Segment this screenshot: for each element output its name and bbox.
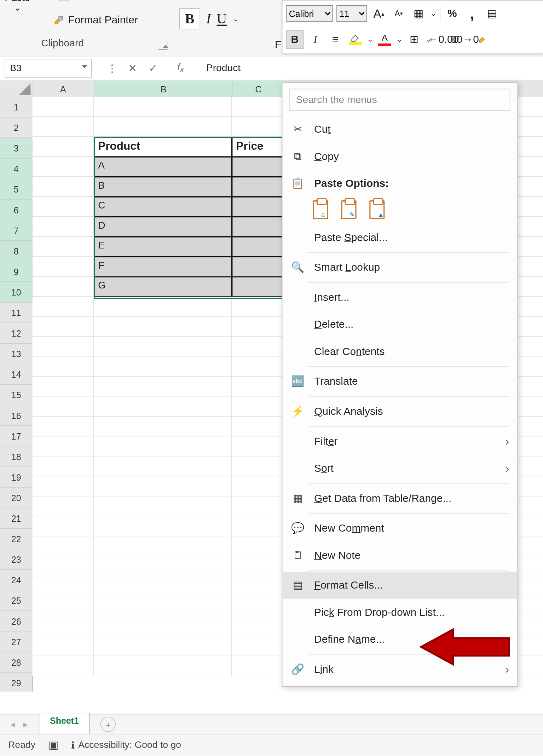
cell[interactable] — [232, 197, 283, 217]
cell[interactable] — [32, 636, 94, 656]
paste-all-icon[interactable]: a — [312, 199, 329, 219]
cell[interactable] — [94, 357, 232, 377]
cell[interactable]: C — [94, 197, 232, 217]
cell[interactable] — [94, 556, 232, 576]
paste-picture-icon[interactable]: ▲ — [368, 199, 386, 219]
name-box[interactable]: B3 — [5, 59, 92, 78]
font-size-select[interactable]: 11 — [336, 5, 367, 22]
cell[interactable] — [32, 277, 94, 297]
cell[interactable] — [94, 616, 232, 636]
paste-button[interactable]: Paste ⌄ — [5, 0, 30, 12]
menu-item-link[interactable]: 🔗Link› — [282, 656, 517, 683]
cell[interactable] — [32, 117, 94, 137]
menu-item-pick-from-list[interactable]: Pick From Drop-down List... — [282, 599, 517, 626]
cell[interactable] — [232, 277, 283, 297]
row-header-4[interactable]: 4 — [0, 159, 34, 179]
cell[interactable]: E — [94, 237, 232, 257]
cell[interactable] — [32, 537, 94, 556]
row-header-16[interactable]: 16 — [0, 405, 33, 426]
row-header-24[interactable]: 24 — [0, 570, 33, 590]
menu-item-get-data[interactable]: ▦Get Data from Table/Range... — [282, 485, 517, 512]
menu-item-new-comment[interactable]: 💬New Comment — [282, 515, 517, 542]
cell[interactable] — [232, 257, 283, 276]
cell[interactable] — [32, 137, 94, 157]
row-header-13[interactable]: 13 — [0, 344, 33, 364]
macro-record-icon[interactable]: ▣ — [48, 739, 58, 752]
cell[interactable] — [94, 436, 232, 456]
fill-color-button[interactable] — [347, 30, 363, 48]
merge-icon[interactable]: ▦ — [410, 5, 427, 22]
tab-sheet1[interactable]: Sheet1 — [39, 713, 90, 736]
row-header-23[interactable]: 23 — [0, 549, 33, 570]
cell[interactable] — [232, 417, 283, 436]
row-header-7[interactable]: 7 — [0, 220, 34, 241]
cell[interactable] — [94, 97, 232, 117]
cell[interactable] — [32, 497, 94, 516]
row-header-15[interactable]: 15 — [0, 385, 33, 405]
tab-prev-icon[interactable]: ◂ — [11, 719, 15, 730]
row-header-19[interactable]: 19 — [0, 467, 33, 488]
paste-values-icon[interactable]: ✎ — [340, 199, 358, 219]
cell[interactable] — [232, 217, 283, 237]
cell[interactable] — [94, 117, 232, 137]
row-header-3[interactable]: 3 — [0, 138, 34, 159]
cell[interactable] — [94, 417, 232, 436]
row-header-1[interactable]: 1 — [0, 97, 33, 118]
cell[interactable] — [94, 656, 232, 676]
cell[interactable] — [32, 476, 94, 496]
cell[interactable] — [232, 457, 283, 476]
menu-item-paste-special[interactable]: Paste Special... — [282, 224, 517, 251]
row-header-10[interactable]: 10 — [0, 282, 34, 303]
menu-item-translate[interactable]: 🔤Translate — [282, 368, 517, 395]
column-header-A[interactable]: A — [32, 80, 94, 97]
bold-button[interactable]: B — [286, 30, 304, 49]
cell[interactable] — [32, 97, 94, 117]
cell[interactable] — [94, 476, 232, 496]
cell[interactable] — [94, 377, 232, 396]
cell[interactable] — [32, 177, 94, 197]
bold-button[interactable]: B — [179, 8, 200, 29]
format-painter-icon[interactable] — [475, 30, 491, 48]
cell[interactable] — [94, 596, 232, 616]
font-name-select[interactable]: Calibri — [286, 5, 333, 22]
conditional-format-icon[interactable]: ▤ — [484, 5, 500, 22]
cell[interactable] — [232, 337, 283, 356]
percent-button[interactable]: % — [444, 5, 460, 22]
row-header-8[interactable]: 8 — [0, 241, 34, 262]
chevron-down-icon[interactable]: ⌄ — [233, 15, 239, 23]
cell[interactable] — [32, 357, 94, 377]
cell[interactable] — [32, 337, 94, 356]
menu-item-copy[interactable]: ⧉ Copy — [282, 143, 517, 170]
row-header-14[interactable]: 14 — [0, 364, 33, 385]
cell[interactable] — [232, 537, 283, 556]
row-header-6[interactable]: 6 — [0, 200, 34, 220]
cell[interactable] — [232, 397, 283, 417]
font-color-button[interactable]: A — [376, 30, 393, 48]
decrease-font-button[interactable]: A▾ — [391, 5, 407, 22]
drag-handle-icon[interactable]: ⋮ — [107, 62, 116, 75]
cell[interactable]: D — [94, 217, 232, 237]
cell[interactable] — [32, 157, 94, 177]
menu-item-delete[interactable]: Delete... — [282, 311, 517, 338]
cell[interactable]: F — [94, 257, 232, 276]
cell[interactable] — [32, 297, 94, 316]
underline-button[interactable]: U — [217, 11, 227, 27]
menu-item-smart-lookup[interactable]: 🔍Smart Lookup — [282, 254, 517, 281]
cell[interactable]: B — [94, 177, 232, 197]
cell[interactable] — [232, 616, 283, 636]
cell[interactable]: Price — [232, 137, 283, 157]
cell[interactable] — [232, 436, 283, 456]
cell[interactable] — [232, 636, 283, 656]
cell[interactable] — [94, 537, 232, 556]
italic-button[interactable]: I — [206, 11, 211, 27]
row-header-26[interactable]: 26 — [0, 611, 33, 631]
tab-next-icon[interactable]: ▸ — [23, 719, 28, 730]
row-header-25[interactable]: 25 — [0, 590, 33, 611]
row-header-27[interactable]: 27 — [0, 632, 33, 652]
menu-item-insert[interactable]: Insert... — [282, 284, 517, 311]
row-header-20[interactable]: 20 — [0, 488, 33, 508]
row-header-9[interactable]: 9 — [0, 262, 34, 282]
cell[interactable] — [32, 616, 94, 636]
cell[interactable] — [232, 177, 283, 197]
cell[interactable] — [94, 576, 232, 596]
